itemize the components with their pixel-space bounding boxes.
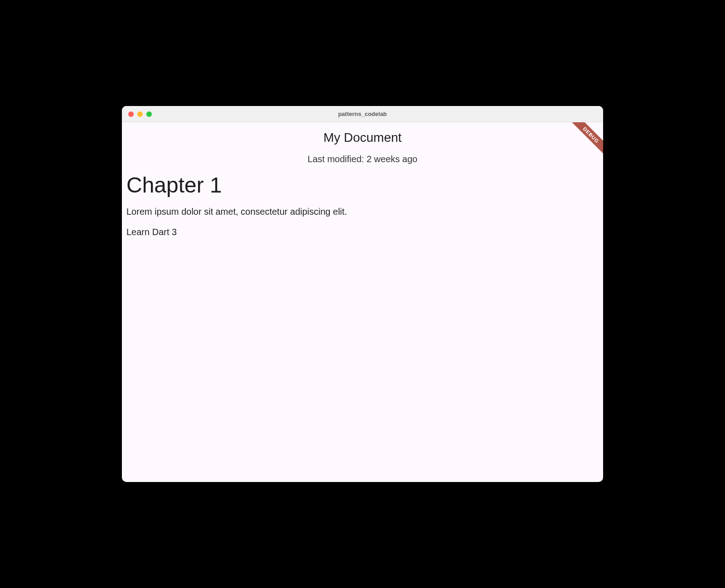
document-body: Chapter 1 Lorem ipsum dolor sit amet, co… (122, 173, 603, 237)
last-modified-label: Last modified: 2 weeks ago (122, 154, 603, 164)
chapter-heading: Chapter 1 (126, 173, 599, 198)
titlebar[interactable]: patterns_codelab (122, 106, 603, 122)
app-header: My Document (122, 122, 603, 145)
document-title: My Document (122, 130, 603, 145)
close-icon[interactable] (128, 111, 134, 117)
traffic-lights (122, 111, 152, 117)
paragraph-text: Lorem ipsum dolor sit amet, consectetur … (126, 207, 599, 217)
list-item-text: Learn Dart 3 (126, 227, 599, 237)
maximize-icon[interactable] (146, 111, 152, 117)
app-content: DEBUG My Document Last modified: 2 weeks… (122, 122, 603, 482)
minimize-icon[interactable] (137, 111, 143, 117)
app-window: patterns_codelab DEBUG My Document Last … (122, 106, 603, 482)
window-title: patterns_codelab (338, 111, 387, 117)
